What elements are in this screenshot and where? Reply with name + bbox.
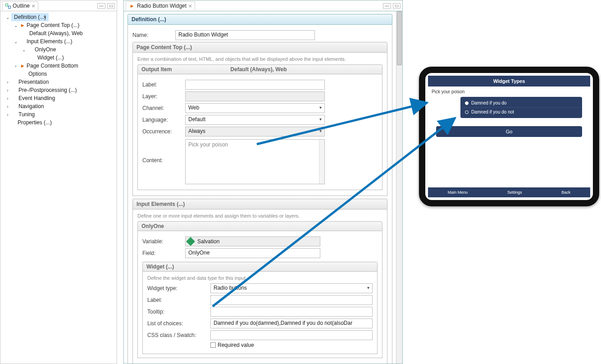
tree-label: OnlyOne	[35, 46, 56, 53]
tree-row[interactable]: ⌄ OnlyOne	[1, 46, 116, 54]
row-label: Label:	[142, 80, 378, 90]
tree-label: Tuning	[18, 111, 35, 118]
tree-row[interactable]: ⌄ Definition (...)	[1, 13, 116, 21]
section-definition-head[interactable]: Definition (...)	[127, 14, 392, 25]
section-definition-body: Name: Radio Button Widget Page Content T…	[127, 25, 392, 364]
css-field[interactable]	[210, 330, 373, 340]
scrollbar-thumb[interactable]	[397, 11, 402, 65]
footer-link[interactable]: Back	[561, 190, 570, 195]
language-select[interactable]: Default	[185, 115, 325, 125]
variable-field[interactable]: Salvation	[185, 237, 320, 246]
tree-row[interactable]: Default (Always), Web	[1, 29, 116, 37]
row-required: Required value	[147, 342, 373, 348]
chevron-right-icon[interactable]: ›	[5, 80, 10, 85]
chevron-right-icon[interactable]: ›	[5, 112, 10, 117]
chevron-right-icon[interactable]: ›	[5, 104, 10, 109]
tree-label: Page Content Bottom	[27, 63, 78, 69]
chevron-right-icon[interactable]: ›	[5, 88, 10, 93]
label-name: Name:	[132, 32, 175, 38]
chevron-down-icon[interactable]: ⌄	[21, 47, 27, 52]
minimize-icon[interactable]: —	[97, 3, 105, 9]
outline-tab[interactable]: Outline ✕	[2, 1, 38, 10]
section-title: Input Elements (...)	[137, 201, 185, 207]
tree-item-definition[interactable]: Definition (...)	[11, 13, 49, 21]
scrollbar[interactable]	[396, 11, 402, 364]
tree-row[interactable]: › ▸ Page Content Bottom	[1, 62, 116, 70]
editor-tab[interactable]: ▸ Radio Button Widget ✕	[126, 1, 195, 10]
pane-controls: — ▭	[383, 3, 401, 9]
occurrence-select[interactable]: Always	[185, 127, 325, 136]
chevron-right-icon[interactable]: ›	[13, 64, 18, 68]
widget-type-select[interactable]: Radio buttons	[210, 283, 373, 293]
footer-link[interactable]: Main Menu	[448, 190, 468, 195]
preview-footer: Main Menu Settings Back	[428, 187, 590, 197]
help-text: Enter a combination of text, HTML, and o…	[137, 56, 382, 62]
checkbox-label: Required value	[218, 342, 254, 348]
row-choices: List of choices: Damned if you do(damned…	[147, 318, 373, 328]
form-area: Definition (...) Name: Radio Button Widg…	[124, 11, 396, 364]
preview-go-button[interactable]: Go	[436, 126, 582, 137]
maximize-icon[interactable]: ▭	[107, 3, 115, 9]
tree-label: Presentation	[18, 79, 49, 85]
tooltip-field[interactable]	[210, 307, 373, 317]
output-item-body: Label: Layer: Channel: Web Language: Def…	[137, 74, 382, 190]
tree-label: Options	[28, 71, 47, 77]
arrow-icon: ▸	[129, 3, 135, 9]
tree-label: Input Elements (...)	[27, 38, 72, 45]
label: Language:	[142, 117, 185, 123]
tree-row[interactable]: Options	[1, 70, 116, 78]
preview-radio-option[interactable]: Damned if you do not	[460, 108, 582, 116]
minimize-icon[interactable]: —	[383, 3, 391, 9]
outline-tab-label: Outline	[13, 3, 30, 9]
preview-radio-group: Damned if you do Damned if you do not	[460, 97, 582, 118]
tree-label: Page Content Top (...)	[27, 22, 79, 28]
widget-body: Define the widget and data type for this…	[142, 272, 378, 354]
section-pct-body: Enter a combination of text, HTML, and o…	[132, 53, 387, 196]
widget-label-field[interactable]	[210, 295, 373, 305]
tree-row[interactable]: › Presentation	[1, 78, 116, 86]
preview-radio-option[interactable]: Damned if you do	[460, 99, 582, 108]
tree-row[interactable]: › Pre-/Postprocessing (...)	[1, 86, 116, 94]
textarea-scrollbar[interactable]	[319, 140, 324, 184]
row-field: Field: OnlyOne	[142, 248, 378, 258]
chevron-down-icon[interactable]: ⌄	[13, 39, 18, 44]
field-field[interactable]: OnlyOne	[185, 248, 320, 258]
label: Variable:	[142, 238, 185, 245]
section-ie-head[interactable]: Input Elements (...)	[132, 199, 387, 209]
editor-tab-label: Radio Button Widget	[137, 3, 187, 9]
content-textarea[interactable]: Pick your poison	[185, 139, 325, 184]
help-text: Define the widget and data type for this…	[147, 275, 373, 281]
close-icon[interactable]: ✕	[32, 4, 35, 9]
label-field[interactable]	[185, 80, 325, 90]
required-checkbox[interactable]	[210, 342, 216, 348]
section-title: Page Content Top (...)	[137, 44, 192, 50]
label: List of choices:	[147, 320, 210, 327]
choices-field[interactable]: Damned if you do(damned),Damned if you d…	[210, 318, 373, 328]
arrow-icon: ▸	[19, 22, 26, 28]
widget-head[interactable]: Widget (...)	[142, 262, 378, 272]
textarea-value: Pick your poison	[188, 141, 228, 148]
close-icon[interactable]: ✕	[188, 4, 192, 9]
tree-row[interactable]: Widget (...)	[1, 54, 116, 62]
section-title: Definition (...)	[132, 16, 166, 23]
tree-row[interactable]: › Tuning	[1, 110, 116, 118]
footer-link[interactable]: Settings	[507, 190, 522, 195]
radio-dot-icon	[465, 101, 469, 105]
tree-row[interactable]: ⌄ ▸ Page Content Top (...)	[1, 21, 116, 29]
label: Widget type:	[147, 285, 210, 291]
tree-label: Widget (...)	[37, 55, 64, 61]
subhead-label: Widget (...)	[146, 264, 174, 270]
maximize-icon[interactable]: ▭	[393, 3, 401, 9]
tree-label: Pre-/Postprocessing (...)	[18, 87, 77, 93]
chevron-down-icon[interactable]: ⌄	[5, 15, 10, 20]
name-field[interactable]: Radio Button Widget	[175, 30, 315, 40]
chevron-down-icon[interactable]: ⌄	[13, 23, 18, 28]
tree-row[interactable]: Properties (...)	[1, 118, 116, 127]
tree-row[interactable]: ⌄ Input Elements (...)	[1, 37, 116, 46]
section-pct-head[interactable]: Page Content Top (...)	[132, 42, 387, 53]
tree-row[interactable]: › Navigation	[1, 102, 116, 110]
channel-select[interactable]: Web	[185, 103, 325, 113]
label: Tooltip:	[147, 309, 210, 315]
tree-row[interactable]: › Event Handling	[1, 94, 116, 102]
chevron-right-icon[interactable]: ›	[5, 96, 10, 101]
